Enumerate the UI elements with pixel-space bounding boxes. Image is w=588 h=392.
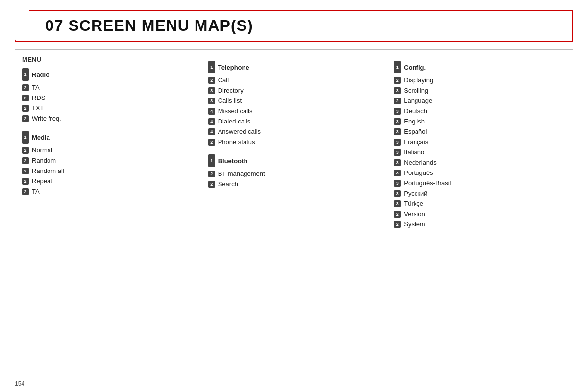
item-badge: 4 <box>208 128 215 135</box>
item-badge: 3 <box>394 180 401 187</box>
list-item: 3Español <box>394 128 566 135</box>
list-item: 3Русский <box>394 190 566 197</box>
item-badge: 2 <box>22 157 29 164</box>
list-item: 2BT management <box>208 170 380 177</box>
item-label: Repeat <box>32 177 52 185</box>
item-label: Normal <box>32 147 52 154</box>
item-badge: 2 <box>22 105 29 112</box>
item-badge: 2 <box>394 221 401 228</box>
menu-item: 1Config. <box>394 61 566 74</box>
item-label: Search <box>218 180 238 188</box>
page-wrapper: 07 SCREEN MENU MAP(S) MENU1Radio2TA2RDS2… <box>0 0 588 392</box>
list-item: 2TXT <box>22 104 194 112</box>
menu-item: 1Media <box>22 131 194 144</box>
item-label: Dialed calls <box>218 118 250 125</box>
item-badge: 2 <box>22 84 29 91</box>
section-1-0: 1Telephone2Call3Directory3Calls list4Mis… <box>208 61 380 146</box>
item-badge: 3 <box>394 118 401 125</box>
section-0-1: 1Media2Normal2Random2Random all2Repeat2T… <box>22 131 194 195</box>
item-label: Deutsch <box>404 107 427 115</box>
item-badge: 3 <box>394 128 401 135</box>
item-badge: 3 <box>394 190 401 197</box>
item-label: Português-Brasil <box>404 179 451 187</box>
item-label: System <box>404 220 425 228</box>
list-item: 2Repeat <box>22 177 194 185</box>
item-badge: 2 <box>22 188 29 195</box>
item-badge: 3 <box>208 98 215 104</box>
menu-badge: 1 <box>208 154 215 167</box>
list-item: 3Português <box>394 169 566 176</box>
item-label: Directory <box>218 87 244 94</box>
menu-item: 1Telephone <box>208 61 380 74</box>
list-item: 3Scrolling <box>394 87 566 94</box>
item-badge: 3 <box>394 139 401 146</box>
item-label: TXT <box>32 104 44 112</box>
item-label: Write freq. <box>32 115 61 122</box>
list-item: 2TA <box>22 84 194 91</box>
list-item: 2Normal <box>22 147 194 154</box>
list-item: 2System <box>394 220 566 228</box>
item-label: Random all <box>32 167 64 174</box>
page-number: 154 <box>15 380 573 387</box>
list-item: 3Calls list <box>208 97 380 104</box>
item-label: TA <box>32 84 40 91</box>
list-item: 2Random <box>22 157 194 164</box>
item-label: BT management <box>218 170 265 177</box>
item-label: Phone status <box>218 138 255 146</box>
list-item: 3Nederlands <box>394 159 566 166</box>
item-label: Français <box>404 138 428 146</box>
item-badge: 3 <box>394 200 401 207</box>
menu-label: Config. <box>404 64 426 71</box>
item-badge: 2 <box>394 98 401 104</box>
item-label: English <box>404 118 425 125</box>
list-item: 2Language <box>394 97 566 104</box>
item-label: Русский <box>404 190 427 197</box>
item-label: Answered calls <box>218 128 261 135</box>
item-badge: 2 <box>22 168 29 174</box>
column-2: 1Config.2Displaying3Scrolling2Language3D… <box>387 50 573 377</box>
item-badge: 2 <box>208 171 215 177</box>
menu-label: Media <box>32 134 50 141</box>
item-badge: 2 <box>208 77 215 84</box>
list-item: 3Directory <box>208 87 380 94</box>
list-item: 2Phone status <box>208 138 380 146</box>
list-item: 2Displaying <box>394 76 566 84</box>
list-item: 3Türkçe <box>394 200 566 207</box>
section-0-0: 1Radio2TA2RDS2TXT2Write freq. <box>22 68 194 122</box>
column-1: 1Telephone2Call3Directory3Calls list4Mis… <box>201 50 388 377</box>
list-item: 4Answered calls <box>208 128 380 135</box>
menu-label: Telephone <box>218 64 249 71</box>
item-badge: 3 <box>394 159 401 166</box>
item-label: Missed calls <box>218 107 253 115</box>
item-label: Español <box>404 128 427 135</box>
item-badge: 2 <box>22 147 29 154</box>
item-badge: 2 <box>208 139 215 146</box>
item-label: Displaying <box>404 76 433 84</box>
item-label: TA <box>32 188 40 195</box>
item-badge: 4 <box>208 118 215 125</box>
item-badge: 2 <box>394 77 401 84</box>
list-item: 3Italiano <box>394 148 566 156</box>
item-label: Português <box>404 169 433 176</box>
list-item: 2Version <box>394 210 566 218</box>
item-badge: 3 <box>394 87 401 94</box>
list-item: 3Português-Brasil <box>394 179 566 187</box>
item-badge: 2 <box>22 115 29 122</box>
page-title: 07 SCREEN MENU MAP(S) <box>45 17 253 34</box>
menu-badge: 1 <box>22 131 29 144</box>
item-badge: 3 <box>208 87 215 94</box>
col-header-0: MENU <box>22 56 194 63</box>
item-label: Scrolling <box>404 87 428 94</box>
list-item: 2Search <box>208 180 380 188</box>
list-item: 2RDS <box>22 94 194 101</box>
menu-item: 1Radio <box>22 68 194 81</box>
item-label: Call <box>218 76 229 84</box>
item-badge: 3 <box>394 170 401 176</box>
item-badge: 3 <box>394 108 401 115</box>
menu-label: Radio <box>32 71 49 78</box>
item-badge: 2 <box>22 178 29 185</box>
columns-container: MENU1Radio2TA2RDS2TXT2Write freq.1Media2… <box>15 49 573 377</box>
list-item: 2Random all <box>22 167 194 174</box>
list-item: 3Français <box>394 138 566 146</box>
item-badge: 4 <box>208 108 215 115</box>
